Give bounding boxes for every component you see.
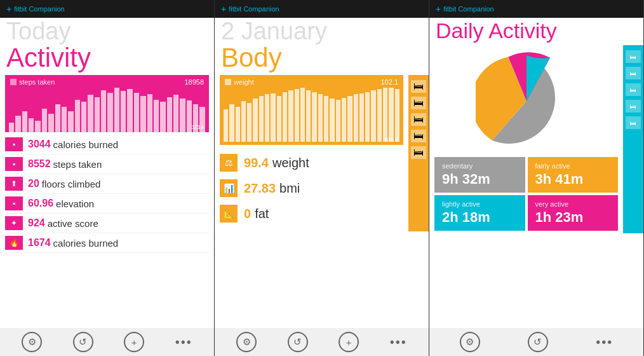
stat-value-3: 60.96 [28,198,53,209]
activity-panel: + fitbit Companion Today Activity steps … [0,0,215,356]
activity-bar [173,95,178,132]
fitbit-logo-2: + fitbit Companion [221,4,279,14]
chart-label-2: weight [225,78,254,86]
page-header-date-2: 2 January [221,19,422,43]
bars-container-2 [224,88,399,142]
body-bar [312,92,316,142]
activity-bar [62,107,67,133]
stat-icon-3: ▪ [5,196,23,210]
body-bar [271,93,275,142]
more-button-3[interactable]: ••• [596,335,613,350]
chart-min-2: 100.3 [384,137,398,143]
right-sidebar-3: 🛏 🛏 🛏 🛏 🛏 [623,45,643,233]
weight-icon: ⚖ [220,154,238,172]
body-bar [265,94,269,142]
body-bar [389,88,393,142]
more-button-1[interactable]: ••• [175,335,192,350]
stat-label-3: elevation [56,198,94,209]
fairly-active-tile: fairly active 3h 41m [528,157,619,193]
body-bar [365,92,370,142]
panel3-title: Daily Activity [436,19,637,43]
right-sidebar-2: 🛏 🛏 🛏 🛏 🛏 [408,75,429,231]
sidebar-icon-3-4: 🛏 [626,100,641,113]
stat-item: 🔥 1674 calories burned [5,233,209,253]
activity-bar [29,118,34,132]
stat-icon-4: ✦ [5,216,23,230]
body-bar [377,89,382,142]
activity-bar [22,111,27,132]
settings-button-2[interactable]: ⚙ [236,332,257,352]
body-bar [359,93,364,142]
page-header-today-1: Today [6,19,208,43]
sidebar-icon-3-1: 🛏 [626,50,641,63]
stat-item: ✦ 924 active score [5,214,209,233]
pie-chart-container [429,45,623,154]
sidebar-icon-2: 🛏 [411,97,426,109]
stat-value-4: 924 [28,217,45,229]
lightly-active-tile: lightly active 2h 18m [434,195,525,231]
activity-bar [35,121,40,132]
activity-bar [81,102,86,132]
settings-button-3[interactable]: ⚙ [460,332,480,352]
add-button-1[interactable]: + [124,332,144,352]
activity-bar [42,109,47,132]
refresh-button-2[interactable]: ↺ [288,332,308,352]
fairly-value: 3h 41m [535,171,611,188]
panel3-body: sedentary 9h 32m fairly active 3h 41m li… [429,45,643,233]
fat-stat: 📐 0 fat [220,201,403,226]
activity-bar [127,89,132,132]
body-stats: ⚖ 99.4 weight 📊 27.83 bmi 📐 0 fat [215,145,408,231]
refresh-button-1[interactable]: ↺ [73,332,93,352]
fitbit-logo-1: + fitbit Companion [6,4,65,14]
body-bar [306,90,311,142]
activity-bar [147,94,152,132]
add-button-2[interactable]: + [339,332,359,352]
chart-min-1: 3214 [191,124,204,130]
activity-chart: steps taken 18958 3214 [5,75,209,132]
body-bar [330,99,334,142]
page-header-3: Daily Activity [429,18,643,45]
body-bar [241,101,246,142]
body-bar [229,104,234,142]
page-header-2: 2 January Body [215,18,429,75]
chart-label-square-1 [10,79,17,85]
activity-bar [48,114,53,132]
activity-grid: sedentary 9h 32m fairly active 3h 41m li… [429,154,623,233]
body-bar [259,96,264,142]
chart-label-1: steps taken [10,78,55,86]
body-bar [288,90,293,142]
activity-bar [160,102,165,132]
stat-item: ▪ 60.96 elevation [5,194,209,214]
panel3-content: sedentary 9h 32m fairly active 3h 41m li… [429,45,623,233]
fairly-label: fairly active [535,162,611,170]
status-bar-3: + fitbit Companion [429,0,643,18]
sidebar-icon-4: 🛏 [411,130,426,142]
body-bar [371,90,375,142]
stat-item: ▪ 8552 steps taken [5,154,209,174]
page-header-1: Today Activity [0,18,214,75]
daily-activity-panel: + fitbit Companion Daily Activity [429,0,644,356]
stat-icon-1: ▪ [5,157,23,171]
body-bar [342,98,346,142]
more-button-2[interactable]: ••• [390,335,407,350]
fat-value: 0 [244,207,251,221]
very-label: very active [535,200,611,208]
panel1-title: Activity [6,43,208,72]
stat-icon-5: 🔥 [5,236,23,250]
sidebar-icon-5: 🛏 [411,146,426,159]
activity-bar [75,100,80,133]
stat-item: ▪ 3044 calories burned [5,135,209,154]
bmi-label: bmi [279,181,300,196]
body-bar [336,100,340,142]
stat-label-0: calories burned [53,139,119,150]
body-panel: + fitbit Companion 2 January Body weight… [215,0,429,356]
refresh-button-3[interactable]: ↺ [528,332,548,352]
body-bar [247,103,252,142]
lightly-value: 2h 18m [442,209,518,226]
settings-button-1[interactable]: ⚙ [22,332,42,352]
panel2-title: Body [221,43,422,72]
activity-bar [167,97,172,132]
bars-container-1 [9,88,205,132]
body-bar [253,99,257,142]
stat-item: ⬆ 20 floors climbed [5,174,209,194]
